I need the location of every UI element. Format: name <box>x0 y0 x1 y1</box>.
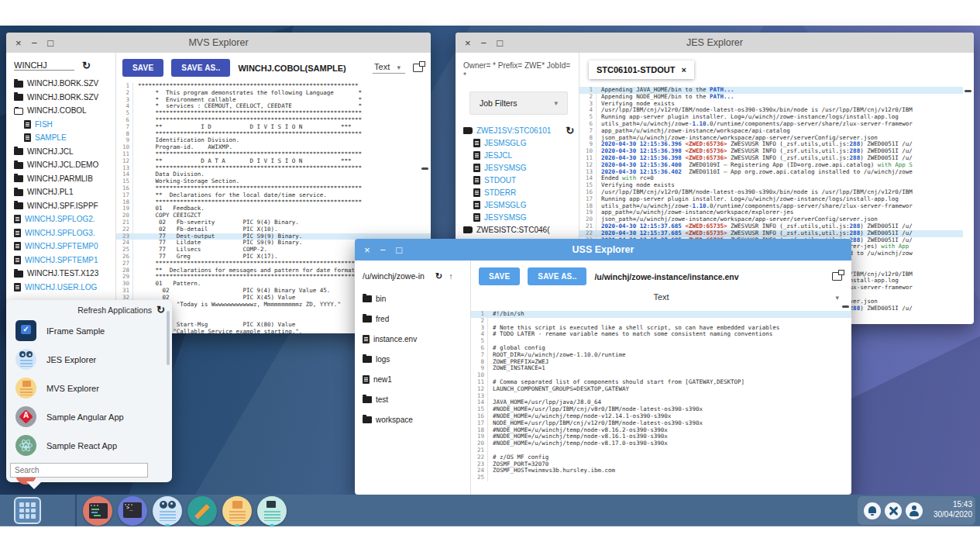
screen: × − □ MVS Explorer ↻ WINCHJ.BORK.SZVWINC… <box>0 0 980 552</box>
tree-item-label: ZWEJ1SV:STC06101 <box>476 126 551 135</box>
tree-item[interactable]: ZWEJ1SV:STC06101↻ <box>463 124 579 136</box>
dataset-search-input[interactable] <box>14 60 74 71</box>
tree-item[interactable]: JESJCL <box>463 149 579 161</box>
tree-item-label: JESMSGLG <box>484 139 526 147</box>
save-as-button[interactable]: SAVE AS.. <box>528 267 586 285</box>
tree-item[interactable]: WINCHJ.SPFLOG3. <box>14 226 115 240</box>
save-button[interactable]: SAVE <box>122 59 163 77</box>
launcher-app-sample-angular-app[interactable]: ASample Angular App <box>6 402 172 431</box>
tree-item[interactable]: workspace <box>363 409 470 430</box>
tree-item-label: JESYSMSG <box>484 164 526 172</box>
line-number: 3 <box>116 97 133 104</box>
tree-item[interactable]: logs <box>363 349 470 369</box>
job-icon <box>463 127 473 134</box>
code-line: 25 <box>471 474 851 481</box>
folder-icon <box>14 162 23 169</box>
tree-item[interactable]: bin <box>363 288 470 309</box>
uss-path-input[interactable] <box>363 271 429 281</box>
refresh-icon[interactable]: ↻ <box>566 126 574 136</box>
spool-file-tab[interactable]: STC06101-STDOUT × <box>589 60 694 79</box>
tree-item[interactable]: WINCHJ.TEST.X123 <box>14 267 115 281</box>
tree-item[interactable]: JESYSMSG <box>463 211 579 223</box>
launcher-app-iframe-sample[interactable]: ✓IFrame Sample <box>6 316 172 345</box>
tree-item[interactable]: WINCHJ.PL1 <box>14 185 115 199</box>
tree-item[interactable]: WINCHJ.PARMLIB <box>14 172 115 186</box>
tree-item[interactable]: STDOUT <box>463 174 579 186</box>
tree-item[interactable]: WINCHJ.BORK.SZV <box>14 77 115 91</box>
tree-item[interactable]: ZWESISTC:STC046( <box>463 223 579 236</box>
refresh-icon[interactable]: ↻ <box>435 272 442 281</box>
job-filters-dropdown[interactable]: Job Filters ▾ <box>469 91 568 115</box>
tree-item[interactable]: WINCHJ.JCL <box>14 145 115 159</box>
syntax-mode-select[interactable]: Text ▾ <box>373 62 405 74</box>
job-filter-summary: Owner= * Prefix= ZWE* JobId= <box>463 61 570 70</box>
save-button[interactable]: SAVE <box>479 267 520 285</box>
line-number: 5 <box>116 110 133 117</box>
tree-item[interactable]: new1 <box>363 369 470 389</box>
dock-item-editor[interactable] <box>187 495 218 526</box>
tree-item[interactable]: instance.env <box>363 329 470 349</box>
folder-icon <box>363 295 372 302</box>
jes-scrollbar-thumb[interactable] <box>965 90 971 92</box>
refresh-icon[interactable]: ↻ <box>82 60 91 71</box>
line-number: 5 <box>471 338 488 345</box>
uss-file-tree: binfredinstance.envlogsnew1testworkspace <box>363 288 470 430</box>
system-tray: 15:43 30/04/2020 <box>858 496 975 525</box>
up-directory-icon[interactable]: ↑ <box>449 271 453 281</box>
dock-item-jes-explorer[interactable] <box>152 495 183 526</box>
file-icon <box>473 151 480 160</box>
folder-icon <box>14 202 23 209</box>
folder-icon <box>14 148 23 155</box>
tree-item[interactable]: SAMPLE <box>14 131 115 145</box>
popup-scrollbar-thumb[interactable] <box>167 311 170 365</box>
tree-item[interactable]: FISH <box>14 118 115 132</box>
tree-item[interactable]: WINCHJ.JCL.DEMO <box>14 158 115 172</box>
uss-scrollbar-thumb[interactable] <box>842 305 849 308</box>
notifications-bell-icon[interactable] <box>864 502 881 519</box>
app-launcher-popup: Refresh Applications ↻ ✓IFrame SampleJES… <box>6 300 172 482</box>
save-as-button[interactable]: SAVE AS.. <box>171 59 230 77</box>
launcher-app-mvs-explorer[interactable]: MVS Explorer <box>6 374 172 402</box>
clock-time: 15:43 <box>953 500 972 509</box>
dock-item-tn3270-terminal[interactable] <box>82 495 113 526</box>
uss-code-editor[interactable]: 1#!/bin/sh23# Note this script is execut… <box>471 309 851 481</box>
launcher-app-sample-react-app[interactable]: Sample React App <box>6 431 172 460</box>
open-in-new-window-icon[interactable] <box>413 64 423 72</box>
tree-item[interactable]: WINCHJ.SPFTEMP1 <box>14 254 115 267</box>
file-icon <box>363 335 370 343</box>
tree-item-label: FISH <box>35 120 53 129</box>
tree-item[interactable]: WINCHJ.USER.LOG <box>14 281 115 295</box>
syntax-mode-select[interactable]: Text <box>471 292 851 302</box>
tree-item[interactable]: test <box>363 389 470 409</box>
tree-item-label: test <box>376 395 388 404</box>
tree-item[interactable]: WINCHJ.COBOL <box>14 104 115 118</box>
launcher-app-jes-explorer[interactable]: JES Explorer <box>6 345 172 374</box>
jes-explorer-icon <box>153 496 182 526</box>
tree-item[interactable]: JESMSGLG <box>463 136 579 149</box>
tree-item[interactable]: JESMSGLG <box>463 198 579 211</box>
tree-item[interactable]: fred <box>363 309 470 329</box>
tree-item[interactable]: JESYSMSG <box>463 161 579 174</box>
refresh-icon[interactable]: ↻ <box>156 305 165 315</box>
line-number: 7 <box>116 124 133 131</box>
app-search-input[interactable] <box>10 463 148 478</box>
mvs-scrollbar-thumb[interactable] <box>421 167 428 170</box>
tree-item[interactable]: WINCHJ.SPF.ISPPF <box>14 199 115 213</box>
folder-icon <box>363 416 372 423</box>
dock-item-uss-explorer[interactable] <box>256 495 287 526</box>
file-icon <box>473 213 480 222</box>
tree-item[interactable]: WINCHJ.BORK.SZV <box>14 91 115 105</box>
dock-item-mvs-explorer[interactable] <box>222 495 253 526</box>
tab-close-icon[interactable]: × <box>681 65 686 74</box>
file-icon <box>14 283 21 292</box>
tree-item[interactable]: WINCHJ.SPFLOG2. <box>14 212 115 226</box>
dock-item-vt-terminal[interactable]: >_ <box>117 495 148 526</box>
tree-item[interactable]: STDERR <box>463 186 579 198</box>
settings-tools-icon[interactable] <box>885 502 902 519</box>
folder-icon <box>363 316 372 323</box>
refresh-applications[interactable]: Refresh Applications ↻ <box>6 300 172 316</box>
app-launcher-button[interactable] <box>14 497 41 524</box>
line-number: 8 <box>579 135 597 142</box>
open-in-new-window-icon[interactable] <box>832 272 842 281</box>
tree-item[interactable]: WINCHJ.SPFTEMP0 <box>14 240 115 254</box>
